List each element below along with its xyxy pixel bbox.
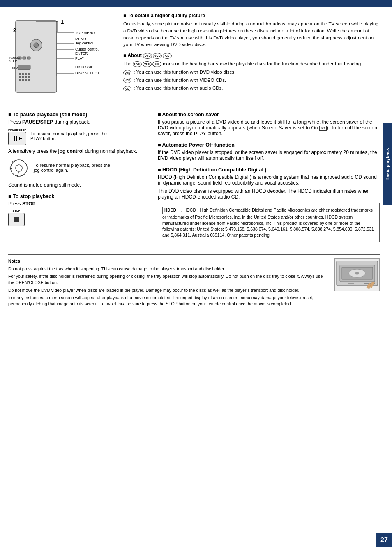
pause-text1: Press PAUSE/STEP during playback. [8,119,148,125]
svg-text:Cursor control/: Cursor control/ [75,47,100,51]
hdcd-logo: HDCD [162,207,178,214]
auto-power-section: Automatic Power Off function If the DVD … [158,142,380,161]
vcd-line: VCD : You can use this function with VID… [123,77,380,84]
dvd-line: DVD : You can use this function with DVD… [123,69,380,76]
svg-rect-16 [23,57,26,59]
stop-section: To stop playback Press STOP. STOP [8,194,148,226]
screen-saver-header: About the screen saver [158,112,380,118]
top-bar [0,0,392,7]
stop-header: To stop playback [8,194,148,199]
pause-resume-text: To resume normal playback, press the PLA… [30,131,113,141]
notes-section: Notes Do not press against the tray when… [8,254,380,309]
page-number: 27 [380,536,388,544]
svg-rect-37 [28,76,30,78]
dvd-bullet-icon: DVD [123,70,131,75]
svg-text:STEP: STEP [9,59,17,63]
diagram-area: 1 2 TOP MENU MENU Jog control Cursor co [8,12,115,99]
svg-text:PLAY: PLAY [75,56,84,60]
svg-text:ENTER: ENTER [75,51,88,55]
svg-text:MENU: MENU [75,37,86,41]
note2: For your safety, if the disc holder is r… [8,273,330,286]
hdcd-trademark-box: HDCD , HDCD , High Definition Compatible… [158,203,380,242]
hdcd-section: HDCD (High Definition Compatible Digital… [158,167,380,242]
svg-point-55 [355,272,359,275]
svg-point-9 [34,43,39,48]
quality-text: Occasionally, some picture noise not usu… [123,21,380,48]
cd-line: CD : You can use this function with audi… [123,85,380,92]
svg-rect-23 [18,65,30,70]
top-section: 1 2 TOP MENU MENU Jog control Cursor co [8,12,380,104]
jog-illustration: ► ▼ ▸// To resume normal playback, press… [8,157,148,179]
vcd-bullet-icon: VCD [123,78,131,83]
svg-text:►: ► [9,166,13,171]
hdcd-header: HDCD (High Definition Compatible Digital… [158,167,380,173]
pause-btn-label: PAUSE/STEP [8,128,26,131]
screen-saver-section: About the screen saver If you pause a pi… [158,112,380,136]
jog-resume-text: To resume normal playback, press the jog… [34,163,116,173]
svg-rect-30 [19,73,21,75]
main-content: 1 2 TOP MENU MENU Jog control Cursor co [0,7,392,312]
svg-rect-40 [25,79,27,81]
notes-illustration [334,258,380,291]
quality-header: To obtain a higher quality picture [123,12,380,19]
about-intro-text: The DVD VCD CD icons on the heading bar … [123,60,380,67]
svg-text:1: 1 [61,19,64,25]
stop-square-symbol [14,217,19,222]
cd-icon: CD [163,53,172,59]
inline-vcd-icon: VCD [143,61,152,67]
svg-rect-33 [28,73,30,75]
svg-rect-0 [16,21,57,92]
pause-play-symbol: ⏸▶ [12,135,22,142]
svg-rect-39 [22,79,24,81]
pause-button-illustration: PAUSE/STEP ⏸▶ To resume normal playback,… [8,128,148,145]
inline-dvd-icon: DVD [133,61,142,67]
svg-rect-32 [25,73,27,75]
svg-rect-41 [28,79,30,81]
pause-alt-text: Alternatively press the jog control duri… [8,148,148,154]
cd-bullet-icon: CD [123,86,131,91]
panel-diagram: 1 2 TOP MENU MENU Jog control Cursor co [8,12,115,99]
pause-header: To pause playback (still mode) [8,112,148,118]
about-disc-icons: DVD VCD CD [143,53,172,59]
notes-text-area: Notes Do not press against the tray when… [8,258,330,309]
note4: In many instances, a menu screen will ap… [8,295,330,307]
svg-rect-34 [19,76,21,78]
svg-text:TOP MENU: TOP MENU [75,31,95,35]
auto-power-header: Automatic Power Off function [158,142,380,148]
auto-power-text: If the DVD video player is stopped, or t… [158,150,380,161]
svg-text:Jog control: Jog control [75,41,93,45]
svg-point-46 [16,165,22,171]
stop-button-area: STOP [8,209,148,226]
note3: Do not move the DVD video player when di… [8,287,330,293]
pause-section: To pause playback (still mode) Press PAU… [8,112,148,188]
stop-text: Press STOP. [8,201,148,207]
page-number-box: 27 [376,533,392,547]
about-header: About DVD VCD CD [123,52,380,59]
bottom-section: To pause playback (still mode) Press PAU… [8,112,380,248]
hdcd-text2: This DVD video player is equipped with a… [158,188,380,200]
svg-rect-17 [27,57,30,59]
svg-rect-38 [19,79,21,81]
vcd-icon: VCD [153,53,162,59]
svg-rect-36 [25,76,27,78]
svg-text:▸//: ▸// [12,159,15,163]
on-icon: 60 [319,126,327,131]
right-column: About the screen saver If you pause a pi… [158,112,380,248]
right-info: To obtain a higher quality picture Occas… [123,12,380,99]
svg-text:2: 2 [13,27,16,33]
svg-text:DISC SELECT: DISC SELECT [75,71,100,75]
jog-control-icon: ► ▼ ▸// [8,157,30,179]
svg-text:DISC SKIP: DISC SKIP [75,65,94,69]
hdcd-text1: HDCD (High Definition Compatible Digital… [158,174,380,186]
note1: Do not press against the tray when it is… [8,266,330,272]
inline-cd-icon: CD [152,61,161,67]
svg-rect-35 [22,76,24,78]
svg-rect-31 [22,73,24,75]
mute-text: Sound is muted during still mode. [8,182,148,188]
screen-saver-text: If you pause a picture of a DVD video di… [158,119,380,136]
svg-rect-57 [348,283,354,284]
stop-btn-label: STOP [13,209,21,212]
stop-btn-icon [8,213,25,226]
dvd-icon: DVD [143,53,152,59]
left-column: To pause playback (still mode) Press PAU… [8,112,148,248]
